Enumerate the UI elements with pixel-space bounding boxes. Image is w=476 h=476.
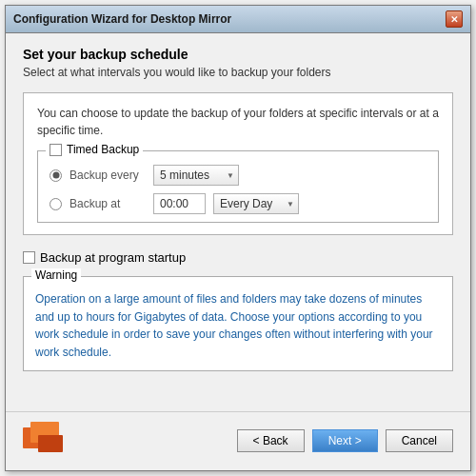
timed-backup-checkbox[interactable] xyxy=(50,144,62,156)
warning-text: Operation on a large amount of files and… xyxy=(35,290,441,361)
backup-at-radio[interactable] xyxy=(50,198,62,210)
timed-backup-legend: Timed Backup xyxy=(46,143,143,156)
main-content: Set your backup schedule Select at what … xyxy=(6,33,470,411)
cancel-button[interactable]: Cancel xyxy=(386,429,453,452)
timed-backup-group: Timed Backup Backup every 5 minutes Back… xyxy=(37,150,439,223)
startup-row: Backup at program startup xyxy=(23,250,453,265)
backup-every-row: Backup every 5 minutes xyxy=(50,165,426,186)
close-button[interactable]: ✕ xyxy=(446,10,463,28)
footer: < Back Next > Cancel xyxy=(6,411,470,470)
description-text: You can choose to update the backup of y… xyxy=(37,105,439,139)
backup-at-row: Backup at 00:00 Every Day xyxy=(50,193,426,214)
logo-area xyxy=(23,420,72,461)
app-logo xyxy=(23,420,72,458)
window-title: Configuration Wizard for Desktop Mirror xyxy=(13,12,231,26)
startup-label: Backup at program startup xyxy=(40,250,186,265)
day-select[interactable]: Every Day xyxy=(213,193,299,214)
backup-at-label: Backup at xyxy=(69,197,146,210)
back-button[interactable]: < Back xyxy=(237,429,305,452)
startup-checkbox[interactable] xyxy=(23,251,35,264)
time-input[interactable]: 00:00 xyxy=(153,193,206,214)
warning-legend: Warning xyxy=(31,268,81,282)
backup-every-label: Backup every xyxy=(69,169,146,182)
inner-box: You can choose to update the backup of y… xyxy=(23,92,453,235)
next-button[interactable]: Next > xyxy=(312,429,378,452)
svg-rect-2 xyxy=(38,435,63,452)
page-title: Set your backup schedule xyxy=(23,47,453,62)
timed-backup-label: Timed Backup xyxy=(67,143,139,156)
main-window: Configuration Wizard for Desktop Mirror … xyxy=(5,5,471,471)
button-group: < Back Next > Cancel xyxy=(237,429,453,452)
warning-group: Warning Operation on a large amount of f… xyxy=(23,276,453,371)
page-subtitle: Select at what intervals you would like … xyxy=(23,66,453,79)
backup-every-radio[interactable] xyxy=(50,169,62,182)
title-bar: Configuration Wizard for Desktop Mirror … xyxy=(6,6,470,33)
interval-select[interactable]: 5 minutes xyxy=(153,165,239,186)
